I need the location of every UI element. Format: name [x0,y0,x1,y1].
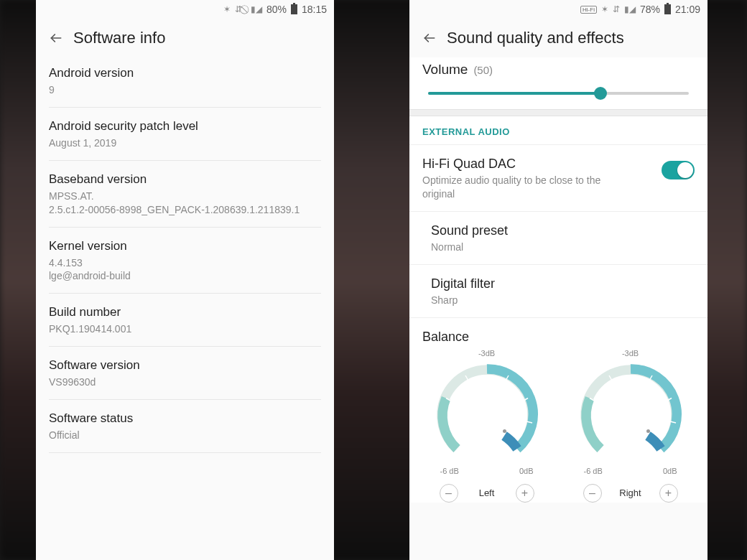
row-title: Android security patch level [49,119,321,134]
row-title: Software version [49,358,321,373]
setting-sub: Normal [431,241,632,254]
balance-right-plus-button[interactable]: + [659,484,678,503]
clock: 18:15 [302,4,327,15]
slider-thumb[interactable] [594,87,607,100]
row-software-version[interactable]: Software version VS99630d [49,347,321,400]
section-header-external-audio: EXTERNAL AUDIO [409,116,707,145]
balance-title: Balance [422,330,695,345]
row-value: 9 [49,83,321,97]
setting-sub: Optimize audio quality to be close to th… [422,174,623,201]
hifi-icon: Hi-Fi [580,6,597,14]
battery-percent: 80% [266,4,287,15]
arrow-left-icon [422,30,437,46]
row-build-number[interactable]: Build number PKQ1.190414.001 [49,294,321,347]
toggle-knob [677,162,693,178]
setting-title: Hi-Fi Quad DAC [422,157,653,172]
row-security-patch[interactable]: Android security patch level August 1, 2… [49,108,321,161]
bluetooth-icon: ✶ [223,4,231,14]
setting-sub: Sharp [431,294,632,307]
back-button[interactable] [422,31,437,45]
status-bar: Hi-Fi ✶ ⇵ ▮◢ 78% 21:09 [409,0,707,19]
row-kernel[interactable]: Kernel version 4.4.153 lge@android-build [49,228,321,294]
setting-title: Digital filter [431,276,695,291]
balance-dial-left: -3dB [430,349,544,503]
status-bar: ✶ ⇵ ⃠ ▮◢ 80% 18:15 [36,0,334,19]
row-sound-preset[interactable]: Sound preset Normal [409,212,707,265]
balance-side-label: Left [474,487,500,498]
row-value: VS99630d [49,375,321,389]
page-title: Software info [73,29,165,47]
row-title: Kernel version [49,239,321,253]
content: Volume (50) EXTERNAL AUDIO Hi-Fi Quad DA… [409,55,707,503]
dial-gauge-icon [433,360,541,468]
balance-dial-right: -3dB [573,349,688,503]
row-value: 4.4.153 lge@android-build [49,256,321,284]
row-value: Official [49,429,321,442]
row-value: MPSS.AT. 2.5.c1.2-00056-8998_GEN_PACK-1.… [49,190,321,217]
battery-icon [664,4,671,14]
balance-block: Balance -3dB [409,318,707,503]
balance-dials: -3dB [422,349,695,503]
slider-fill [428,92,600,95]
row-android-version[interactable]: Android version 9 [49,55,321,108]
row-digital-filter[interactable]: Digital filter Sharp [409,265,707,318]
volume-slider[interactable] [428,92,689,95]
info-list: Android version 9 Android security patch… [36,55,334,453]
balance-side-label: Right [618,487,644,498]
page-title: Sound quality and effects [447,29,624,47]
battery-icon [291,4,297,14]
back-button[interactable] [49,31,63,45]
app-bar: Sound quality and effects [409,19,707,55]
arrow-left-icon [49,30,63,46]
row-title: Baseband version [49,172,321,187]
wifi-icon: ⇵ [613,4,620,14]
balance-left-minus-button[interactable]: – [440,484,458,503]
signal-icon: ▮◢ [251,4,262,14]
wifi-icon: ⇵ [235,4,242,14]
dial-gauge-icon [577,360,685,468]
row-value: August 1, 2019 [49,136,321,150]
db-top-label: -3dB [622,349,639,358]
dial[interactable] [577,360,685,468]
dial-indicator [646,429,650,433]
row-hifi-dac[interactable]: Hi-Fi Quad DAC Optimize audio quality to… [409,145,707,212]
bluetooth-icon: ✶ [601,4,608,14]
dial-indicator [503,429,506,433]
section-divider [409,109,707,116]
volume-label: Volume [422,62,468,78]
clock: 21:09 [675,4,700,15]
row-title: Android version [49,66,321,80]
app-bar: Software info [36,19,334,55]
db-top-label: -3dB [478,349,495,358]
row-software-status[interactable]: Software status Official [49,400,321,453]
setting-title: Sound preset [431,223,695,238]
hifi-dac-toggle[interactable] [662,161,695,179]
volume-value: (50) [473,64,493,76]
signal-icon: ▮◢ [624,4,636,14]
volume-block: Volume (50) [409,57,707,109]
row-value: PKQ1.190414.001 [49,322,321,336]
balance-right-minus-button[interactable]: – [583,484,602,503]
row-title: Software status [49,411,321,426]
row-title: Build number [49,305,321,319]
software-info-screen: ✶ ⇵ ⃠ ▮◢ 80% 18:15 Software info Android… [36,0,334,560]
dial[interactable] [433,360,541,468]
row-baseband[interactable]: Baseband version MPSS.AT. 2.5.c1.2-00056… [49,161,321,228]
battery-percent: 78% [640,4,660,15]
balance-left-plus-button[interactable]: + [516,484,534,503]
sound-quality-screen: Hi-Fi ✶ ⇵ ▮◢ 78% 21:09 Sound quality and… [409,0,707,560]
